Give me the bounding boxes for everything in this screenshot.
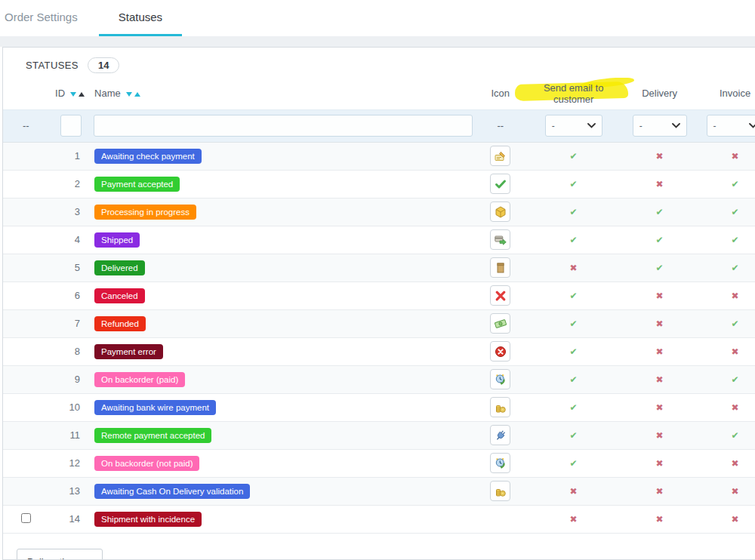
status-badge: On backorder (not paid) xyxy=(94,456,199,471)
check-icon: ✔ xyxy=(732,430,739,441)
cross-icon: ✖ xyxy=(656,318,664,329)
cross-icon xyxy=(490,285,510,306)
id-filter-input[interactable] xyxy=(60,115,82,137)
row-id: 7 xyxy=(49,309,91,337)
check-icon: ✔ xyxy=(656,235,664,245)
table-row[interactable]: 4Shipped✔✔✔ xyxy=(3,226,755,254)
chevron-down-icon xyxy=(749,123,755,128)
cross-icon: ✖ xyxy=(732,346,739,357)
check-icon: ✔ xyxy=(732,235,739,245)
cross-icon: ✖ xyxy=(656,346,664,357)
check-icon: ✔ xyxy=(732,374,739,385)
cross-icon: ✖ xyxy=(656,430,664,441)
table-row[interactable]: 3Processing in progress✔✔✔ xyxy=(3,198,755,226)
row-id: 2 xyxy=(49,170,91,198)
column-header-name[interactable]: Name xyxy=(91,78,476,109)
status-badge: Processing in progress xyxy=(94,205,196,220)
row-id: 6 xyxy=(49,282,91,309)
sort-desc-icon[interactable] xyxy=(126,92,132,97)
table-row[interactable]: 8Payment error✔✖✖ xyxy=(3,337,755,365)
table-row[interactable]: 6Canceled✔✖✖ xyxy=(3,282,755,309)
error-icon xyxy=(490,341,510,362)
card-arrow-icon xyxy=(490,229,510,250)
check-icon: ✔ xyxy=(570,291,578,301)
table-row[interactable]: 11Remote payment accepted✔✖✔ xyxy=(3,421,755,449)
package-icon xyxy=(490,202,510,222)
status-badge: Payment accepted xyxy=(94,177,180,192)
coins-icon xyxy=(490,397,510,417)
sort-asc-icon[interactable] xyxy=(134,92,140,97)
statuses-count-badge: 14 xyxy=(88,57,119,73)
status-badge: Payment error xyxy=(94,344,163,359)
check-icon: ✔ xyxy=(732,318,739,329)
status-badge: Shipment with incidence xyxy=(94,512,202,527)
check-icon: ✔ xyxy=(570,318,578,329)
table-row[interactable]: 14Shipment with incidence✖✖✖ xyxy=(3,505,755,533)
filter-empty-cell: -- xyxy=(3,109,49,142)
status-badge: On backorder (paid) xyxy=(94,372,185,387)
table-row[interactable]: 1Awaiting check payment✔✖✖ xyxy=(3,142,755,170)
table-row[interactable]: 7Refunded✔✖✔ xyxy=(3,309,755,337)
chevron-down-icon xyxy=(587,123,596,128)
coins-icon xyxy=(490,481,510,501)
row-id: 4 xyxy=(49,226,91,254)
bulk-actions-button[interactable]: Bulk actions xyxy=(17,549,103,560)
check-icon: ✔ xyxy=(656,207,664,217)
tab-bar: Order Settings Statuses xyxy=(0,0,755,36)
status-badge: Canceled xyxy=(94,288,145,303)
table-row[interactable]: 5Delivered✖✔✔ xyxy=(3,254,755,282)
check-icon: ✔ xyxy=(732,179,739,189)
cross-icon: ✖ xyxy=(656,151,664,162)
status-badge: Awaiting Cash On Delivery validation xyxy=(94,484,250,499)
plug-icon xyxy=(490,425,510,445)
table-header-row: ID Name Icon Send email to customer De xyxy=(3,78,755,109)
tab-order-settings[interactable]: Order Settings xyxy=(0,0,88,36)
row-id: 10 xyxy=(49,393,91,421)
tab-statuses[interactable]: Statuses xyxy=(99,0,182,36)
check-icon: ✔ xyxy=(656,263,664,273)
table-row[interactable]: 9On backorder (paid)✔✖✔ xyxy=(3,365,755,393)
check-icon: ✔ xyxy=(570,235,578,245)
check-icon: ✔ xyxy=(570,458,578,469)
name-filter-input[interactable] xyxy=(94,115,473,137)
table-row[interactable]: 12On backorder (not paid)✔✖✖ xyxy=(3,449,755,477)
row-id: 14 xyxy=(49,505,91,533)
header-checkbox-column xyxy=(3,78,49,109)
money-icon xyxy=(490,313,510,334)
time-arrow-icon xyxy=(490,453,510,473)
column-header-id[interactable]: ID xyxy=(49,78,91,109)
row-id: 11 xyxy=(49,421,91,449)
filter-row: -- -- - - xyxy=(3,109,755,142)
statuses-table-wrap: ID Name Icon Send email to customer De xyxy=(3,78,755,534)
statuses-table: ID Name Icon Send email to customer De xyxy=(3,78,755,534)
sort-asc-icon[interactable] xyxy=(79,92,85,97)
cross-icon: ✖ xyxy=(732,151,739,162)
cross-icon: ✖ xyxy=(732,486,739,497)
check-icon: ✔ xyxy=(570,346,578,357)
status-badge: Awaiting bank wire payment xyxy=(94,400,216,415)
column-header-send-email: Send email to customer xyxy=(525,78,622,109)
cross-icon: ✖ xyxy=(656,402,664,413)
panel-header: STATUSES 14 xyxy=(3,48,755,78)
status-badge: Shipped xyxy=(94,232,140,248)
table-row[interactable]: 10Awaiting bank wire payment✔✖✖ xyxy=(3,393,755,421)
row-id: 12 xyxy=(49,449,91,477)
cross-icon: ✖ xyxy=(656,179,664,189)
email-filter-select[interactable]: - xyxy=(545,115,602,137)
row-checkbox[interactable] xyxy=(21,513,31,523)
table-row[interactable]: 13Awaiting Cash On Delivery validation✖✖… xyxy=(3,477,755,505)
invoice-filter-select[interactable]: - xyxy=(707,115,755,137)
row-id: 3 xyxy=(49,198,91,226)
table-row[interactable]: 2Payment accepted✔✖✔ xyxy=(3,170,755,198)
check-icon: ✔ xyxy=(570,151,578,162)
cross-icon: ✖ xyxy=(732,291,739,301)
row-id: 1 xyxy=(49,142,91,170)
statuses-panel: STATUSES 14 ID Name Icon xyxy=(2,47,755,560)
row-id: 9 xyxy=(49,365,91,393)
cross-icon: ✖ xyxy=(732,458,739,469)
check-icon: ✔ xyxy=(732,207,739,217)
status-badge: Refunded xyxy=(94,316,146,331)
sort-desc-icon[interactable] xyxy=(70,92,76,97)
check-icon: ✔ xyxy=(570,207,578,217)
delivery-filter-select[interactable]: - xyxy=(633,115,687,137)
